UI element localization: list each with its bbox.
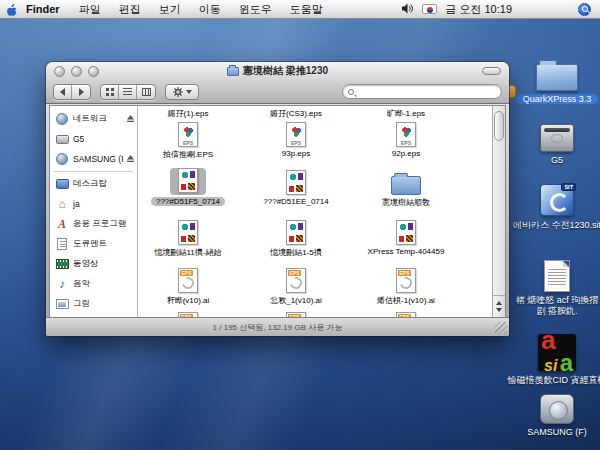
file-item[interactable] — [138, 310, 238, 317]
file-item[interactable]: 燔估梖-1(v10).ai — [356, 266, 456, 306]
documents-icon — [57, 238, 67, 250]
sidebar-item-documents[interactable]: 도큐멘트 — [50, 234, 137, 254]
finder-window: 憲境樹結 梁推1230 — [46, 62, 509, 336]
quark-document-icon — [178, 220, 198, 245]
eject-icon[interactable] — [127, 114, 134, 124]
desktop-icon-sit-archive[interactable]: 에바카스 수전1230.sit — [502, 184, 600, 232]
sidebar-item-applications[interactable]: 응용 프로그램 — [50, 214, 137, 234]
menu-edit[interactable]: 편집 — [110, 2, 150, 17]
search-icon — [348, 89, 354, 95]
desktop-icon-quarkxpress[interactable]: QuarkXPress 3.3 — [502, 58, 600, 104]
file-item[interactable]: XPress Temp-404459 — [356, 218, 456, 256]
external-drive-icon — [540, 394, 574, 424]
icon-view-button[interactable] — [101, 85, 119, 99]
spotlight-search-icon[interactable] — [578, 3, 591, 16]
file-item-selected[interactable]: ???#D51F5_0714 — [138, 168, 238, 206]
quark-document-icon — [286, 170, 306, 195]
menu-clock[interactable]: 금 오전 10:19 — [445, 2, 512, 17]
icon-view-icon — [106, 88, 114, 96]
zoom-button[interactable] — [88, 66, 99, 77]
scroll-down-arrow-icon[interactable] — [496, 308, 502, 315]
illustrator-eps-file-icon — [178, 268, 198, 293]
file-item[interactable]: 憶境刪結1-5㩌 — [246, 218, 346, 258]
navigation-buttons — [53, 84, 91, 100]
action-menu-button[interactable] — [165, 84, 199, 100]
desktop-icon-label: 楮 煻喹怒 acf 玽換摺 剧 搭胺釚. — [511, 295, 600, 318]
menu-file[interactable]: 파일 — [70, 2, 110, 17]
window-title-bar[interactable]: 憲境樹結 梁推1230 — [46, 62, 509, 80]
folder-icon — [391, 176, 421, 195]
search-field[interactable] — [342, 84, 502, 99]
forward-button[interactable] — [72, 85, 90, 99]
quark-document-icon — [396, 220, 416, 245]
menu-view[interactable]: 보기 — [150, 2, 190, 17]
korean-flag-input-icon[interactable] — [422, 4, 437, 14]
file-item[interactable]: 憶境刪結11㩌-緖始 — [138, 218, 238, 258]
menu-finder[interactable]: Finder — [22, 3, 70, 15]
file-item[interactable]: 93p.eps — [246, 120, 346, 158]
quark-document-icon — [178, 168, 198, 193]
sidebar-item-network[interactable]: 네트워크 — [50, 109, 137, 129]
file-item[interactable]: 秆晔(v10).ai — [138, 266, 238, 306]
sidebar-item-home[interactable]: ja — [50, 194, 137, 214]
resize-grip[interactable] — [495, 322, 508, 335]
apple-menu-icon[interactable] — [0, 3, 22, 16]
hard-drive-icon — [540, 124, 574, 152]
search-input[interactable] — [354, 87, 496, 97]
status-bar: 1 / 195 선택됨, 132.19 GB 사용 가능 — [46, 317, 509, 336]
column-view-icon — [142, 88, 151, 96]
sidebar-item-g5[interactable]: G5 — [50, 129, 137, 149]
home-icon — [58, 198, 65, 210]
file-item[interactable]: ???#D51EE_0714 — [246, 168, 346, 206]
desktop-icon-label: 에바카스 수전1230.sit — [513, 219, 600, 232]
pictures-icon — [56, 299, 69, 309]
view-switcher — [100, 84, 156, 100]
file-list-area[interactable]: 媚孖(1).eps 媚孖(CS3).eps 旷晔-1.eps 拍倍推唰.EPS … — [138, 106, 492, 317]
list-view-button[interactable] — [119, 85, 137, 99]
toolbar-toggle-button[interactable] — [482, 67, 501, 75]
close-button[interactable] — [54, 66, 65, 77]
file-item[interactable] — [356, 310, 456, 317]
desktop-icon-samsung-drive[interactable]: SAMSUNG (F) — [502, 394, 600, 437]
status-text: 1 / 195 선택됨, 132.19 GB 사용 가능 — [213, 322, 343, 333]
desktop-icon-label: 愉磁愔羨飲CID 寊經直棆 — [508, 374, 600, 387]
file-item[interactable]: 旷晔-1.eps — [356, 106, 456, 119]
file-item[interactable] — [246, 310, 346, 317]
menu-window[interactable]: 윈도우 — [230, 2, 281, 17]
finder-sidebar: 네트워크 G5 SAMSUNG (F) 데스크탑 — [50, 106, 138, 317]
vertical-scrollbar[interactable] — [492, 106, 505, 317]
illustrator-eps-file-icon — [286, 268, 306, 293]
desktop-icon-label: QuarkXPress 3.3 — [516, 94, 599, 104]
file-item[interactable]: 媚孖(1).eps — [138, 106, 238, 119]
desktop-icon-label: SAMSUNG (F) — [527, 427, 587, 437]
sidebar-item-samsung[interactable]: SAMSUNG (F) — [50, 149, 137, 169]
desktop-icon-asia-cid[interactable]: si 愉磁愔羨飲CID 寊經直棆 — [502, 334, 600, 387]
file-item[interactable]: 憲境樹結順敎 — [356, 168, 456, 208]
sidebar-item-movies[interactable]: 동영상 — [50, 254, 137, 274]
file-item[interactable]: 拍倍推唰.EPS — [138, 120, 238, 160]
file-item[interactable]: 92p.eps — [356, 120, 456, 158]
sidebar-item-desktop[interactable]: 데스크탑 — [50, 174, 137, 194]
desktop-icon-document[interactable]: 楮 煻喹怒 acf 玽換摺 剧 搭胺釚. — [502, 260, 600, 318]
sidebar-item-music[interactable]: 음악 — [50, 274, 137, 294]
movies-icon — [56, 259, 69, 269]
menu-help[interactable]: 도움말 — [281, 2, 332, 17]
desktop-icon-g5[interactable]: G5 — [502, 124, 600, 165]
minimize-button[interactable] — [71, 66, 82, 77]
network-globe-icon — [56, 113, 68, 125]
eps-file-icon — [286, 122, 306, 147]
desktop-icon — [56, 179, 69, 189]
external-drive-icon — [56, 153, 68, 165]
back-button[interactable] — [54, 85, 72, 99]
file-item[interactable]: 忩敉_1(v10).ai — [246, 266, 346, 306]
speaker-icon[interactable] — [402, 3, 414, 16]
folder-icon — [536, 64, 578, 91]
scrollbar-thumb[interactable] — [494, 111, 504, 141]
file-item[interactable]: 媚孖(CS3).eps — [246, 106, 346, 119]
menu-go[interactable]: 이동 — [190, 2, 230, 17]
desktop: Finder 파일 편집 보기 이동 윈도우 도움말 금 오전 10:19 Qu… — [0, 0, 600, 450]
column-view-button[interactable] — [137, 85, 155, 99]
eject-icon[interactable] — [127, 154, 134, 164]
scroll-up-arrow-icon[interactable] — [496, 298, 502, 305]
sidebar-item-pictures[interactable]: 그림 — [50, 294, 137, 314]
